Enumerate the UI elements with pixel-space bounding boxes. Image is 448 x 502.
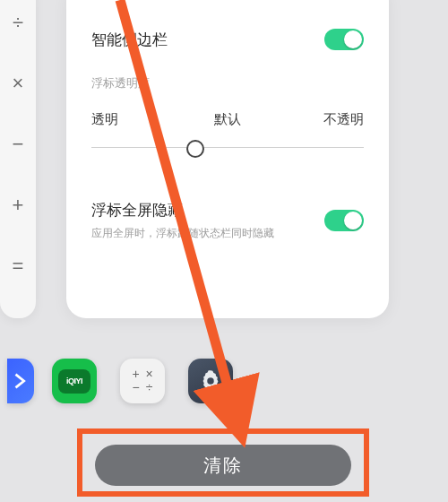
calc-plus-key: +	[13, 190, 24, 221]
fullscreen-hide-toggle[interactable]	[324, 210, 364, 231]
gear-icon	[198, 368, 223, 394]
fullscreen-hide-label: 浮标全屏隐藏	[91, 200, 274, 221]
opacity-option-transparent: 透明	[91, 111, 182, 128]
clear-all-button[interactable]: 清除	[95, 445, 351, 486]
settings-app-icon[interactable]	[188, 359, 233, 403]
smart-sidebar-label: 智能侧边栏	[91, 30, 168, 50]
opacity-option-labels: 透明 默认 不透明	[91, 111, 364, 128]
opacity-option-opaque: 不透明	[273, 111, 364, 128]
calculator-app-card[interactable]: ÷ × − + =	[0, 0, 36, 318]
smart-sidebar-toggle[interactable]	[324, 29, 364, 50]
iqiyi-app-icon[interactable]: iQIYI	[52, 359, 97, 403]
calculator-app-icon[interactable]: +×−÷	[120, 359, 165, 403]
opacity-slider[interactable]	[91, 137, 364, 159]
iqiyi-logo: iQIYI	[58, 369, 90, 394]
fullscreen-hide-subtitle: 应用全屏时，浮标跟随状态栏同时隐藏	[91, 226, 274, 241]
calc-multiply-key: ×	[13, 68, 24, 99]
arrow-app-icon[interactable]	[7, 359, 34, 403]
recents-app-dock: iQIYI +×−÷	[7, 359, 233, 403]
opacity-slider-thumb[interactable]	[186, 140, 204, 158]
opacity-option-default: 默认	[182, 111, 272, 128]
settings-app-card[interactable]: ● ○ ○ ○ 智能侧边栏 浮标透明度 透明 默认 不透明 浮标全屏隐藏 应用全…	[66, 0, 389, 318]
arrow-right-icon	[11, 371, 30, 391]
opacity-section-label: 浮标透明度	[91, 75, 364, 91]
calculator-keys: ÷ × − + =	[0, 0, 36, 281]
calc-equals-key: =	[13, 251, 24, 281]
calc-minus-key: −	[13, 129, 24, 160]
svg-point-0	[207, 377, 213, 384]
calc-divide-key: ÷	[13, 7, 23, 38]
